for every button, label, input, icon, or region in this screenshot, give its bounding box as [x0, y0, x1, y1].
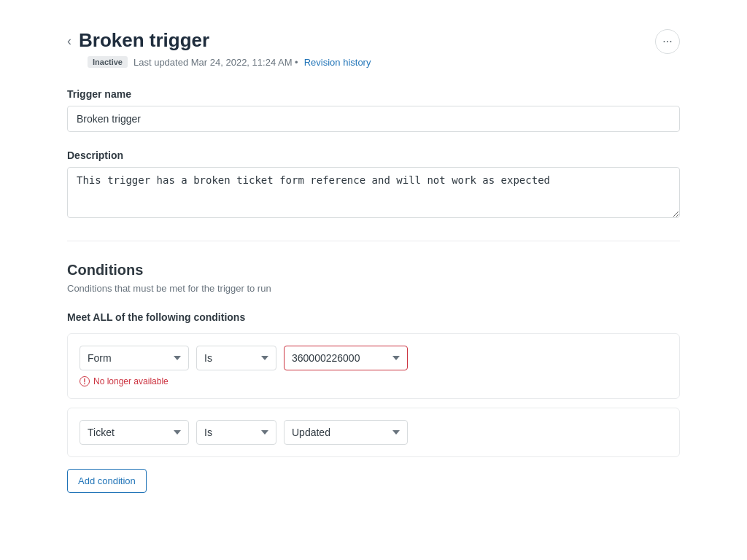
error-message-1: ! No longer available: [80, 376, 408, 386]
trigger-name-label: Trigger name: [67, 88, 680, 100]
condition-value-select-2[interactable]: Updated Created Changed: [284, 420, 408, 445]
condition-row-selects-1: Form Ticket Subject Status Is Is not Con…: [80, 346, 667, 386]
trigger-name-input[interactable]: [67, 106, 680, 132]
status-badge: Inactive: [88, 56, 128, 68]
condition-selects-2: Ticket Form Subject Status Is Is not Con…: [80, 420, 408, 445]
header-row: ‹ Broken trigger Inactive Last updated M…: [67, 29, 680, 68]
description-label: Description: [67, 149, 680, 161]
revision-history-link[interactable]: Revision history: [304, 57, 371, 68]
conditions-subtitle: Conditions that must be met for the trig…: [67, 283, 680, 294]
error-text-1: No longer available: [93, 376, 169, 386]
description-textarea[interactable]: [67, 167, 680, 218]
condition-selects-1: Form Ticket Subject Status Is Is not Con…: [80, 346, 408, 370]
add-condition-button[interactable]: Add condition: [67, 469, 147, 493]
meet-all-label: Meet ALL of the following conditions: [67, 311, 680, 323]
last-updated-text: Last updated Mar 24, 2022, 11:24 AM •: [133, 57, 298, 68]
condition-row-1: Form Ticket Subject Status Is Is not Con…: [67, 333, 680, 399]
meta-row: Inactive Last updated Mar 24, 2022, 11:2…: [88, 56, 371, 68]
condition-field-select-1[interactable]: Form Ticket Subject Status: [80, 346, 189, 370]
title-section: ‹ Broken trigger Inactive Last updated M…: [67, 29, 371, 68]
condition-row-selects-2: Ticket Form Subject Status Is Is not Con…: [80, 420, 667, 445]
back-button[interactable]: ‹: [67, 34, 71, 47]
section-divider: [67, 241, 680, 241]
more-options-button[interactable]: ···: [655, 29, 680, 54]
condition-operator-select-2[interactable]: Is Is not Contains: [196, 420, 276, 445]
error-icon-1: !: [80, 376, 90, 386]
page-title: Broken trigger: [79, 29, 209, 52]
more-icon: ···: [662, 35, 672, 48]
trigger-name-section: Trigger name: [67, 88, 680, 132]
conditions-title: Conditions: [67, 262, 680, 279]
condition-field-select-2[interactable]: Ticket Form Subject Status: [80, 420, 189, 445]
page-container: ‹ Broken trigger Inactive Last updated M…: [23, 0, 724, 522]
title-row: ‹ Broken trigger: [67, 29, 371, 52]
condition-value-select-1[interactable]: 360000226000 Other form: [284, 346, 408, 370]
condition-inner-1: Form Ticket Subject Status Is Is not Con…: [80, 346, 408, 386]
condition-row-2: Ticket Form Subject Status Is Is not Con…: [67, 408, 680, 457]
description-section: Description: [67, 149, 680, 220]
conditions-section: Conditions Conditions that must be met f…: [67, 262, 680, 493]
condition-operator-select-1[interactable]: Is Is not Contains: [196, 346, 276, 370]
